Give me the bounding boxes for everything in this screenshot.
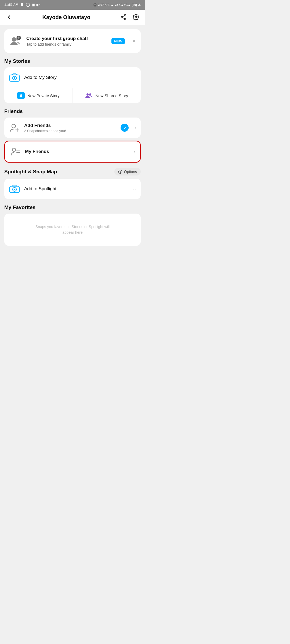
signal-icons: Vo 4G 4G▲ xyxy=(115,3,131,6)
new-shared-story-button[interactable]: New Shared Story xyxy=(73,88,141,103)
spotlight-card[interactable]: Add to Spotlight ··· xyxy=(4,179,141,199)
favorites-empty-text: Snaps you favorite in Stories or Spotlig… xyxy=(35,224,110,235)
camera-icon xyxy=(9,72,20,83)
svg-point-6 xyxy=(135,16,137,18)
lock-icon xyxy=(17,92,25,99)
status-left: 11:53 AM ▣ ◉ • xyxy=(4,3,40,7)
new-private-story-button[interactable]: New Private Story xyxy=(4,88,73,103)
status-icons: ▣ ◉ • xyxy=(32,3,40,7)
spotlight-camera-icon xyxy=(9,183,20,195)
wifi-icon: ▲ xyxy=(111,3,114,6)
svg-point-14 xyxy=(14,77,15,79)
svg-point-0 xyxy=(26,3,30,6)
svg-line-5 xyxy=(123,16,125,17)
my-stories-section: My Stories Add to My Story ··· xyxy=(4,58,141,103)
favorites-section-title: My Favorites xyxy=(4,204,35,210)
spotlight-section: Spotlight & Snap Map Options xyxy=(4,168,141,199)
svg-point-17 xyxy=(89,93,91,96)
friends-list-icon xyxy=(9,146,21,158)
svg-point-18 xyxy=(12,124,16,128)
friend-request-badge: 2 xyxy=(121,124,129,132)
add-friend-icon xyxy=(9,122,20,134)
group-chat-subtitle: Tap to add friends or family xyxy=(26,42,108,46)
private-story-label: New Private Story xyxy=(27,93,60,98)
svg-rect-15 xyxy=(20,95,22,97)
page-title: Kayode Oluwatayo xyxy=(42,14,90,20)
add-friends-text: Add Friends 2 Snapchatters added you! xyxy=(24,123,117,133)
chevron-right-icon: › xyxy=(135,125,136,131)
favorites-section: My Favorites Snaps you favorite in Stori… xyxy=(4,204,141,246)
time: 11:53 AM xyxy=(4,3,18,7)
spotlight-section-title: Spotlight & Snap Map xyxy=(4,169,57,175)
more-options-icon[interactable]: ··· xyxy=(130,75,136,81)
add-to-story-row[interactable]: Add to My Story ··· xyxy=(4,67,141,88)
status-right: 🎧 3.97 K/S ▲ Vo 4G 4G▲ [50] ⚠ xyxy=(93,3,141,7)
group-chat-promo[interactable]: Create your first group chat! Tap to add… xyxy=(4,29,141,53)
back-button[interactable] xyxy=(5,13,13,21)
stories-card: Add to My Story ··· New Private Story xyxy=(4,67,141,103)
alert-icon: ⚠ xyxy=(138,3,141,7)
svg-line-4 xyxy=(123,18,125,19)
app-header: Kayode Oluwatayo xyxy=(0,10,145,25)
add-friends-subtitle: 2 Snapchatters added you! xyxy=(24,129,117,133)
settings-button[interactable] xyxy=(132,13,140,21)
friends-section: Friends Add Friends 2 Snapchatters added… xyxy=(4,108,141,163)
options-button[interactable]: Options xyxy=(114,168,141,175)
group-chat-text: Create your first group chat! Tap to add… xyxy=(26,36,108,46)
my-friends-label: My Friends xyxy=(25,149,128,154)
svg-point-30 xyxy=(14,189,15,190)
status-bar: 11:53 AM ▣ ◉ • 🎧 3.97 K/S ▲ Vo 4G 4G▲ [5… xyxy=(0,0,145,10)
stories-section-title: My Stories xyxy=(4,58,30,64)
add-friends-card[interactable]: Add Friends 2 Snapchatters added you! 2 … xyxy=(4,118,141,138)
shared-story-label: New Shared Story xyxy=(95,93,128,98)
main-content: Create your first group chat! Tap to add… xyxy=(0,25,145,250)
spotlight-more-icon[interactable]: ··· xyxy=(130,186,136,192)
speed-indicator: 3.97 K/S xyxy=(98,3,110,6)
favorites-card: Snaps you favorite in Stories or Spotlig… xyxy=(4,214,141,246)
new-badge: NEW xyxy=(111,38,125,44)
group-chat-title: Create your first group chat! xyxy=(26,36,108,42)
my-friends-chevron-icon: › xyxy=(134,149,136,155)
dismiss-button[interactable]: × xyxy=(131,37,136,45)
add-to-story-label: Add to My Story xyxy=(24,75,126,80)
share-button[interactable] xyxy=(120,13,127,21)
headphones-icon: 🎧 xyxy=(93,3,97,7)
battery: [50] xyxy=(132,3,137,6)
people-icon xyxy=(85,92,93,99)
snapchat-icon xyxy=(20,3,24,7)
add-to-spotlight-label: Add to Spotlight xyxy=(24,186,126,192)
header-actions xyxy=(120,13,140,21)
story-type-buttons: New Private Story New Shared Story xyxy=(4,88,141,103)
friends-section-title: Friends xyxy=(4,108,23,114)
group-icon xyxy=(9,34,23,48)
my-friends-card[interactable]: My Friends › xyxy=(4,141,141,163)
whatsapp-icon xyxy=(26,3,30,7)
svg-point-21 xyxy=(12,148,16,151)
svg-point-16 xyxy=(87,93,89,96)
svg-point-27 xyxy=(120,172,120,173)
options-label: Options xyxy=(124,170,137,174)
add-friends-title: Add Friends xyxy=(24,123,117,128)
svg-point-7 xyxy=(12,37,16,42)
